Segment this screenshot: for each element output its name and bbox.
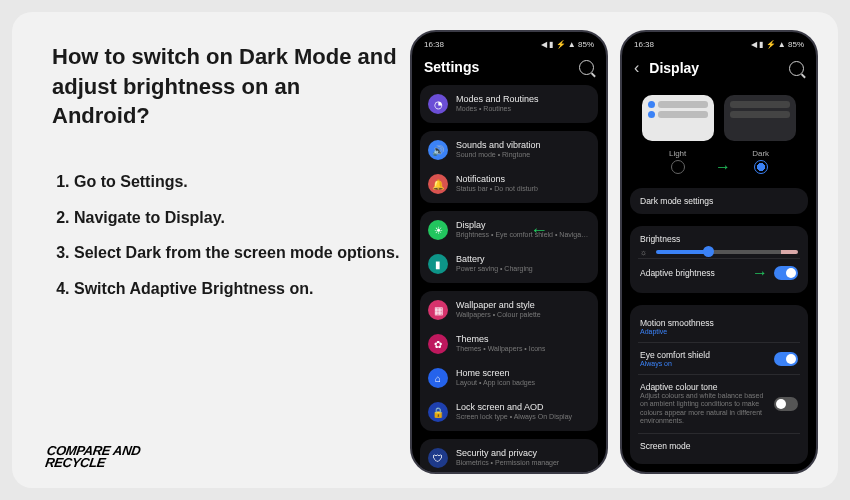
- brand-logo: Compare and Recycle: [38, 445, 141, 470]
- light-radio[interactable]: [671, 160, 685, 174]
- step-item: Switch Adaptive Brightness on.: [74, 278, 402, 300]
- page-heading: How to switch on Dark Mode and adjust br…: [52, 42, 402, 131]
- eye-comfort-label: Eye comfort shield: [640, 350, 710, 360]
- status-bar: 16:38 ◀ ▮ ⚡ ▲ 85%: [412, 32, 606, 53]
- phone-settings: 16:38 ◀ ▮ ⚡ ▲ 85% Settings ◔Modes and Ro…: [410, 30, 608, 474]
- dark-mode-settings-link[interactable]: Dark mode settings: [640, 196, 798, 206]
- brightness-slider[interactable]: ☼: [656, 250, 798, 254]
- security-and-privacy-icon: 🛡: [428, 448, 448, 468]
- search-icon[interactable]: [789, 61, 804, 76]
- settings-row[interactable]: ▮BatteryPower saving • Charging: [420, 247, 598, 281]
- arrow-icon: ←: [530, 220, 548, 241]
- step-item: Navigate to Display.: [74, 207, 402, 229]
- search-icon[interactable]: [579, 60, 594, 75]
- settings-row[interactable]: ⌂Home screenLayout • App icon badges: [420, 361, 598, 395]
- phone-display: 16:38 ◀ ▮ ⚡ ▲ 85% ‹ Display Light Dark: [620, 30, 818, 474]
- settings-title: Settings: [424, 59, 571, 75]
- adaptive-brightness-toggle[interactable]: [774, 266, 798, 280]
- settings-row[interactable]: 🔊Sounds and vibrationSound mode • Ringto…: [420, 133, 598, 167]
- settings-row[interactable]: ✿ThemesThemes • Wallpapers • Icons: [420, 327, 598, 361]
- home-screen-icon: ⌂: [428, 368, 448, 388]
- modes-and-routines-icon: ◔: [428, 94, 448, 114]
- sounds-and-vibration-icon: 🔊: [428, 140, 448, 160]
- colour-tone-label: Adaptive colour tone: [640, 382, 768, 392]
- adaptive-brightness-label: Adaptive brightness: [640, 268, 715, 278]
- lock-screen-and-aod-icon: 🔒: [428, 402, 448, 422]
- settings-row[interactable]: 🔔NotificationsStatus bar • Do not distur…: [420, 167, 598, 201]
- motion-smoothness-link[interactable]: Motion smoothness: [640, 318, 714, 328]
- settings-row[interactable]: 🔒Lock screen and AODScreen lock type • A…: [420, 395, 598, 429]
- notifications-icon: 🔔: [428, 174, 448, 194]
- eye-comfort-toggle[interactable]: [774, 352, 798, 366]
- themes-icon: ✿: [428, 334, 448, 354]
- arrow-icon: →: [752, 264, 768, 282]
- light-label: Light: [669, 149, 686, 158]
- display-icon: ☀: [428, 220, 448, 240]
- brightness-label: Brightness: [640, 234, 798, 244]
- battery-icon: ▮: [428, 254, 448, 274]
- sun-icon: ☼: [640, 248, 647, 257]
- settings-row[interactable]: 🛡Security and privacyBiometrics • Permis…: [420, 441, 598, 472]
- status-bar: 16:38 ◀ ▮ ⚡ ▲ 85%: [622, 32, 816, 53]
- dark-radio[interactable]: [754, 160, 768, 174]
- screen-mode-link[interactable]: Screen mode: [640, 441, 691, 451]
- settings-row[interactable]: ▦Wallpaper and styleWallpapers • Colour …: [420, 293, 598, 327]
- arrow-icon: →: [715, 158, 731, 176]
- display-title: Display: [649, 60, 781, 76]
- theme-card-light[interactable]: [642, 95, 714, 141]
- colour-tone-toggle[interactable]: [774, 397, 798, 411]
- dark-label: Dark: [752, 149, 769, 158]
- instruction-list: Go to Settings. Navigate to Display. Sel…: [52, 171, 402, 299]
- settings-row[interactable]: ☀DisplayBrightness • Eye comfort shield …: [420, 213, 598, 247]
- settings-row[interactable]: ◔Modes and RoutinesModes • Routines: [420, 87, 598, 121]
- back-icon[interactable]: ‹: [634, 59, 639, 77]
- step-item: Go to Settings.: [74, 171, 402, 193]
- theme-card-dark[interactable]: [724, 95, 796, 141]
- step-item: Select Dark from the screen mode options…: [74, 242, 402, 264]
- wallpaper-and-style-icon: ▦: [428, 300, 448, 320]
